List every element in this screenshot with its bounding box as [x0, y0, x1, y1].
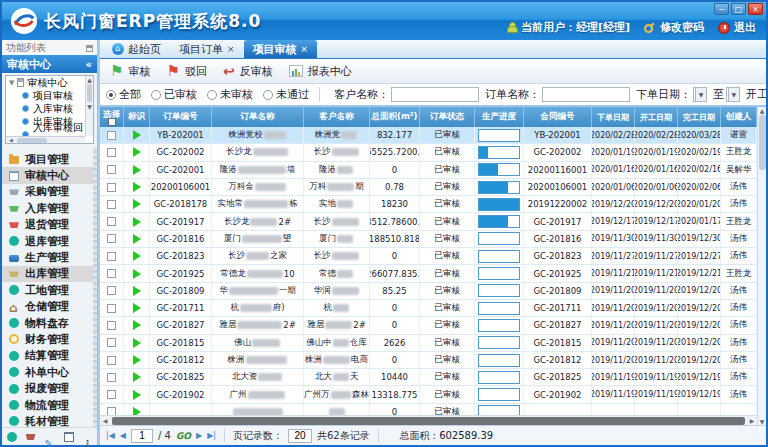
row-checkbox[interactable] — [107, 390, 116, 399]
row-checkbox[interactable] — [107, 252, 116, 261]
sidebar-item[interactable]: 审核中心 — [2, 167, 97, 183]
select-all-checkbox[interactable] — [108, 118, 116, 126]
next-page-button[interactable]: ▶ — [196, 431, 202, 440]
edit-icon[interactable] — [45, 432, 55, 442]
row-checkbox[interactable] — [107, 286, 116, 295]
toolbar-button[interactable]: 报表中心 — [289, 64, 352, 79]
row-checkbox[interactable] — [107, 148, 116, 157]
toolbar-button[interactable]: 反审核 — [223, 63, 273, 79]
status-radio[interactable]: 全部 — [106, 87, 141, 102]
row-checkbox[interactable] — [107, 217, 116, 226]
tab-close-icon[interactable]: × — [227, 44, 235, 54]
row-checkbox[interactable] — [107, 269, 116, 278]
sidebar-item[interactable]: 补单中心 — [2, 364, 97, 380]
column-header[interactable]: 下单日期 — [592, 107, 635, 127]
row-checkbox[interactable] — [107, 373, 116, 382]
column-header[interactable]: 订单名称 — [212, 107, 304, 127]
table-row[interactable]: GC-201711 杭府) 杭 0 已审核 GC-201711 2019/11/… — [100, 300, 757, 317]
prev-page-button[interactable]: ◀ — [120, 431, 126, 440]
table-row[interactable]: GC-201812 株洲 株洲电商 0 已审核 GC-201812 2019/1… — [100, 352, 757, 369]
tree-item[interactable]: 项目审核 — [6, 89, 85, 102]
table-row[interactable]: GC-201917 长沙龙2# 长沙 8512.78600.. 已审核 GC-2… — [100, 213, 757, 230]
sidebar-item[interactable]: 财务管理 — [2, 331, 97, 347]
toolbar-button[interactable]: 审核 — [110, 62, 150, 80]
table-row[interactable]: GC-201825 北大资 北大天 10440 已审核 GC-201825 20… — [100, 369, 757, 386]
row-checkbox[interactable] — [107, 304, 116, 313]
table-row[interactable]: GC-202002 长沙龙 长沙 65525.7200.. 已审核 GC-202… — [100, 144, 757, 161]
row-checkbox[interactable] — [107, 165, 116, 174]
column-header[interactable]: 订单状态 — [420, 107, 475, 127]
page-number-input[interactable] — [131, 429, 153, 443]
column-header[interactable]: 选择 — [100, 107, 124, 127]
table-row[interactable]: GC-202001 隆港墙 隆港 0 已审核 20200116001 2020/… — [100, 162, 757, 179]
table-row[interactable]: 0 已审核 — [100, 404, 757, 415]
sidebar-item[interactable]: 生产管理 — [2, 249, 97, 265]
sidebar-item[interactable]: 结算管理 — [2, 348, 97, 364]
horizontal-scrollbar[interactable]: ◀▶ — [100, 415, 757, 425]
column-header[interactable]: 客户名称 — [304, 107, 370, 127]
tab[interactable]: ⌂ 项目订单 × — [170, 40, 244, 58]
last-page-button[interactable]: ▶| — [207, 431, 216, 440]
row-checkbox[interactable] — [107, 183, 116, 192]
sidebar-item[interactable]: 项目管理 — [2, 151, 97, 167]
radio-icon[interactable] — [106, 90, 116, 100]
row-checkbox[interactable] — [107, 321, 116, 330]
sidebar-item[interactable]: 入库管理 — [2, 200, 97, 216]
sidebar-item[interactable]: 工地管理 — [2, 282, 97, 298]
minimize-button[interactable]: − — [714, 3, 729, 15]
row-checkbox[interactable] — [107, 407, 116, 415]
sidebar-item[interactable]: 报废管理 — [2, 380, 97, 396]
table-row[interactable]: GC-201827 雅居2# 雅居2# 0 已审核 GC-201827 2019… — [100, 317, 757, 334]
change-password-button[interactable]: 修改密码 — [644, 20, 704, 35]
table-row[interactable]: GC-201823 长沙之家 长沙 0 已审核 GC-201823 2019/1… — [100, 248, 757, 265]
order-date-from-input[interactable]: / /▼ — [693, 87, 707, 102]
sidebar-item[interactable]: 退库管理 — [2, 233, 97, 249]
status-radio[interactable]: 未审核 — [207, 87, 253, 102]
pin-icon[interactable] — [86, 45, 93, 52]
column-header[interactable]: 订单编号 — [150, 107, 212, 127]
sidebar-item[interactable]: 物流管理 — [2, 397, 97, 413]
row-checkbox[interactable] — [107, 338, 116, 347]
more-icon[interactable] — [83, 432, 93, 442]
row-checkbox[interactable] — [107, 356, 116, 365]
row-checkbox[interactable] — [107, 131, 116, 140]
column-header[interactable]: 标识 — [124, 107, 150, 127]
vertical-scrollbar[interactable]: ▲▼ — [757, 107, 766, 425]
sidebar-group-header[interactable]: 审核中心 « — [2, 55, 97, 73]
cart-icon[interactable] — [26, 434, 36, 440]
column-header[interactable]: 总面积(m²) — [370, 107, 420, 127]
table-row[interactable]: GC-201925 常德龙10 常德 266077.835.. 已审核 GC-2… — [100, 265, 757, 282]
scrollbar-thumb[interactable] — [759, 115, 766, 170]
dropdown-arrow-icon[interactable]: ▼ — [695, 88, 706, 101]
dot-icon[interactable] — [7, 432, 17, 442]
row-checkbox[interactable] — [107, 234, 116, 243]
tab[interactable]: ⌂ 起始页 × — [103, 40, 170, 58]
customer-name-input[interactable] — [391, 87, 479, 102]
dropdown-arrow-icon[interactable]: ▼ — [728, 88, 739, 101]
column-header[interactable]: 生产进度 — [475, 107, 524, 127]
tab[interactable]: ⌂ 项目审核 × — [244, 40, 318, 58]
tree-vertical-scrollbar[interactable]: ▲▼ — [85, 76, 93, 136]
sidebar-item[interactable]: 耗材管理 — [2, 413, 97, 427]
toolbar-button[interactable]: 驳回 — [166, 62, 206, 80]
go-button[interactable]: GO — [176, 431, 191, 441]
sidebar-item[interactable]: 采购管理 — [2, 184, 97, 200]
row-checkbox[interactable] — [107, 200, 116, 209]
order-date-to-input[interactable]: / /▼ — [726, 87, 740, 102]
sidebar-scrollbar[interactable] — [93, 147, 97, 427]
sidebar-item[interactable]: 物料盘存 — [2, 315, 97, 331]
expander-icon[interactable]: ▼ — [9, 79, 14, 87]
table-row[interactable]: GC-201902 广州 广州万森林 13318.775 已审核 GC-2019… — [100, 386, 757, 403]
sidebar-item[interactable]: 出库管理 — [2, 266, 97, 282]
status-radio[interactable]: 已审核 — [151, 87, 197, 102]
table-row[interactable]: GC-201815 佛山 佛山中仓库 2626 已审核 GC-201815 20… — [100, 335, 757, 352]
logout-button[interactable]: 退出 — [718, 20, 756, 35]
column-header[interactable]: 创建人 — [721, 107, 757, 127]
radio-icon[interactable] — [263, 90, 273, 100]
table-row[interactable]: GC-201809 华一期 华润 85.25 已审核 GC-201809 201… — [100, 283, 757, 300]
table-row[interactable]: GC-201816 厦门望 厦门 188510.818 已审核 GC-20181… — [100, 231, 757, 248]
tree-root[interactable]: ▼ 审核中心 — [6, 76, 85, 89]
radio-icon[interactable] — [207, 90, 217, 100]
maximize-button[interactable]: □ — [731, 3, 746, 15]
column-header[interactable]: 合同编号 — [524, 107, 592, 127]
